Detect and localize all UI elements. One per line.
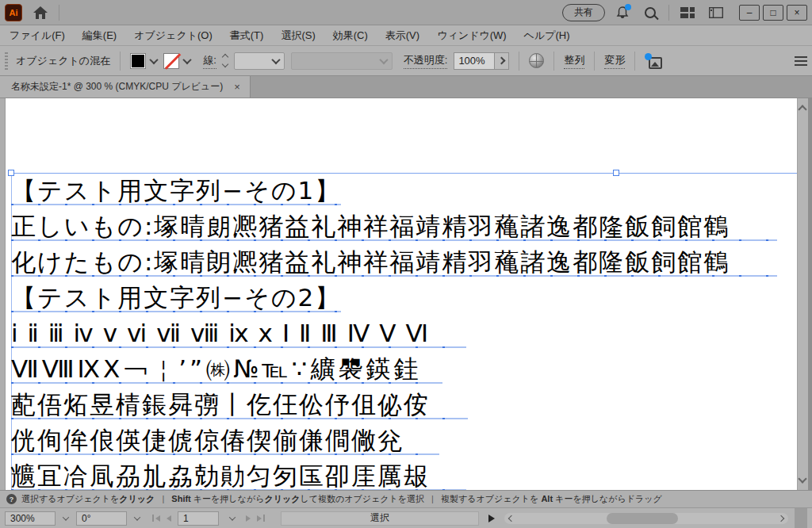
horizontal-scrollbar-thumb[interactable] bbox=[607, 513, 678, 524]
chevron-right-icon bbox=[498, 57, 506, 65]
toolbar-divider bbox=[553, 52, 554, 71]
menu-view[interactable]: 表示(V) bbox=[385, 29, 419, 43]
next-artboard-icon[interactable] bbox=[246, 515, 251, 522]
selection-handle[interactable] bbox=[8, 170, 14, 176]
text-line-glyphs: 侊侚侔俍偀倢俿倞偆偰偂傔僴僘兊 bbox=[11, 426, 404, 454]
status-hint-bar: ? 選択するオブジェクトをクリック | Shift キーを押しながらクリックして… bbox=[0, 490, 812, 507]
app-icon-label: Ai bbox=[10, 8, 18, 17]
hint-text: 選択するオブジェクトをクリック | Shift キーを押しながらクリックして複数… bbox=[21, 493, 662, 505]
titlebar: Ai 共有 – □ × bbox=[0, 0, 812, 25]
document-tab-bar: 名称未設定-1* @ 300 % (CMYK/CPU プレビュー) × bbox=[0, 76, 812, 98]
document-tab-title: 名称未設定-1* @ 300 % (CMYK/CPU プレビュー) bbox=[11, 80, 223, 94]
first-artboard-icon[interactable] bbox=[152, 515, 160, 522]
horizontal-scrollbar[interactable] bbox=[504, 513, 788, 524]
vertical-scrollbar[interactable] bbox=[797, 98, 812, 490]
status-bar-menu-icon[interactable] bbox=[488, 515, 495, 522]
canvas-text-line[interactable]: ⅦⅧⅨⅩ￢￤’”㈱№℡∵纊褜鍈銈 bbox=[11, 351, 442, 387]
stroke-dropdown-icon[interactable] bbox=[182, 55, 191, 63]
menu-object[interactable]: オブジェクト(O) bbox=[134, 29, 213, 43]
canvas-text-line[interactable]: ⅰⅱⅲⅳⅴⅵⅶⅷⅸⅹⅠⅡⅢⅣⅤⅥ bbox=[11, 316, 466, 351]
canvas-text-line[interactable]: 蓜俉炻昱棈鋹曻彅丨仡仼伀伃伹佖侒 bbox=[11, 387, 468, 423]
opacity-label[interactable]: 不透明度: bbox=[404, 53, 448, 69]
selected-text-object[interactable]: 【テスト用文字列−その1】 正しいもの:塚晴朗凞猪益礼神祥福靖精羽蘒諸逸都隆飯飼… bbox=[11, 173, 777, 490]
search-icon[interactable] bbox=[640, 3, 661, 22]
artboard-navigation: 1 bbox=[152, 511, 265, 526]
canvas-text-line[interactable]: 侊侚侔俍偀倢俿倞偆偰偂傔僴僘兊 bbox=[11, 423, 439, 458]
arrange-documents-icon[interactable] bbox=[677, 3, 698, 22]
maximize-button[interactable]: □ bbox=[763, 5, 783, 21]
panel-menu-icon[interactable] bbox=[795, 56, 807, 66]
scroll-left-icon[interactable] bbox=[508, 515, 515, 521]
artboard-canvas[interactable]: 【テスト用文字列−その1】 正しいもの:塚晴朗凞猪益礼神祥福靖精羽蘒諸逸都隆飯飼… bbox=[0, 98, 812, 490]
home-icon[interactable] bbox=[30, 3, 51, 22]
fill-color-swatch[interactable] bbox=[130, 53, 146, 69]
document-tab[interactable]: 名称未設定-1* @ 300 % (CMYK/CPU プレビュー) × bbox=[0, 76, 251, 98]
canvas-text-line[interactable]: 正しいもの:塚晴朗凞猪益礼神祥福靖精羽蘒諸逸都隆飯飼館鶴 bbox=[11, 209, 777, 244]
fill-dropdown-icon[interactable] bbox=[149, 55, 158, 63]
menu-file[interactable]: ファイル(F) bbox=[10, 29, 65, 43]
text-line-glyphs: 蓜俉炻昱棈鋹曻彅丨仡仼伀伃伹佖侒 bbox=[11, 390, 430, 419]
share-button[interactable]: 共有 bbox=[562, 4, 605, 21]
illustrator-window: Ai 共有 – □ × ファイル(F) 編集(E) オブジェクト(O) 書式(T… bbox=[0, 0, 812, 528]
canvas-text-line[interactable]: 化けたもの:塚晴朗凞猪益礼神祥福靖精羽蘒諸逸都隆飯飼館鶴 bbox=[11, 244, 777, 280]
align-label[interactable]: 整列 bbox=[564, 53, 584, 69]
canvas-text-line[interactable]: 兤冝冾凬刕劜劦勀勛匀匇匤卲厓厲叝 bbox=[11, 458, 466, 490]
stroke-weight-stepper[interactable] bbox=[223, 55, 228, 67]
baseline-anchor-line bbox=[11, 311, 341, 312]
last-artboard-icon[interactable] bbox=[257, 515, 265, 522]
text-line-glyphs: 正しいもの:塚晴朗凞猪益礼神祥福靖精羽蘒諸逸都隆飯飼館鶴 bbox=[11, 212, 730, 240]
help-icon: ? bbox=[6, 494, 17, 504]
previous-artboard-icon[interactable] bbox=[167, 515, 171, 522]
canvas-text-line[interactable]: 【テスト用文字列−その1】 bbox=[11, 173, 341, 209]
toolbar-divider bbox=[594, 52, 595, 71]
zoom-dropdown-icon[interactable] bbox=[59, 511, 73, 526]
stroke-color-swatch[interactable] bbox=[163, 53, 179, 69]
menu-select[interactable]: 選択(S) bbox=[281, 29, 315, 43]
opacity-input[interactable]: 100% bbox=[454, 52, 495, 70]
selection-context-label: オブジェクトの混在 bbox=[16, 54, 110, 68]
illustrator-app-icon[interactable]: Ai bbox=[5, 4, 22, 21]
baseline-anchor-line bbox=[11, 418, 468, 419]
transform-label[interactable]: 変形 bbox=[604, 53, 625, 69]
canvas-text-line[interactable]: 【テスト用文字列−その2】 bbox=[11, 280, 341, 316]
baseline-anchor-line bbox=[11, 346, 466, 348]
scroll-right-icon[interactable] bbox=[778, 515, 784, 521]
text-line-glyphs: 兤冝冾凬刕劜劦勀勛匀匇匤卲厓厲叝 bbox=[11, 461, 430, 490]
text-line-glyphs: ⅰⅱⅲⅳⅴⅵⅶⅷⅸⅹⅠⅡⅢⅣⅤⅥ bbox=[11, 319, 438, 347]
menu-type[interactable]: 書式(T) bbox=[230, 29, 264, 43]
artboard-dropdown-icon[interactable] bbox=[225, 511, 239, 526]
minimize-button[interactable]: – bbox=[739, 5, 760, 21]
workspace-switcher-icon[interactable] bbox=[706, 3, 726, 22]
stroke-weight-select[interactable] bbox=[234, 52, 285, 70]
baseline-anchor-line bbox=[11, 239, 777, 241]
titlebar-divider bbox=[668, 5, 669, 21]
baseline-anchor-line bbox=[11, 204, 341, 205]
window-controls: – □ × bbox=[739, 5, 807, 21]
notification-dot bbox=[625, 4, 631, 10]
menu-window[interactable]: ウィンドウ(W) bbox=[437, 29, 506, 43]
text-line-glyphs: ⅦⅧⅨⅩ￢￤’”㈱№℡∵纊褜鍈銈 bbox=[11, 354, 421, 383]
rotation-select[interactable]: 0° bbox=[76, 511, 127, 526]
zoom-level-select[interactable]: 300% bbox=[5, 511, 56, 526]
artboard-number-field[interactable]: 1 bbox=[178, 511, 219, 526]
bell-icon[interactable] bbox=[613, 3, 632, 22]
opacity-expand-button[interactable] bbox=[495, 52, 509, 70]
recolor-artwork-icon[interactable] bbox=[529, 53, 544, 68]
image-trace-icon[interactable] bbox=[645, 53, 662, 69]
vertical-scrollbar-track[interactable] bbox=[797, 98, 808, 490]
menu-edit[interactable]: 編集(E) bbox=[82, 29, 117, 43]
control-bar: オブジェクトの混在 線: 不透明度: 100% 整列 変形 bbox=[0, 46, 812, 76]
menu-effect[interactable]: 効果(C) bbox=[333, 29, 368, 43]
baseline-anchor-line bbox=[11, 275, 777, 277]
pasteboard-edge bbox=[0, 98, 6, 490]
window-resize-corner[interactable] bbox=[795, 508, 807, 528]
rotation-dropdown-icon[interactable] bbox=[130, 511, 144, 526]
baseline-anchor-line bbox=[11, 453, 439, 455]
close-button[interactable]: × bbox=[787, 5, 807, 21]
toolbar-grip-handle[interactable] bbox=[5, 52, 8, 70]
menu-help[interactable]: ヘルプ(H) bbox=[524, 29, 570, 43]
tab-close-icon[interactable]: × bbox=[234, 81, 240, 93]
selection-handle[interactable] bbox=[613, 170, 619, 176]
variable-width-profile-select bbox=[291, 52, 393, 70]
stroke-label[interactable]: 線: bbox=[203, 53, 216, 69]
